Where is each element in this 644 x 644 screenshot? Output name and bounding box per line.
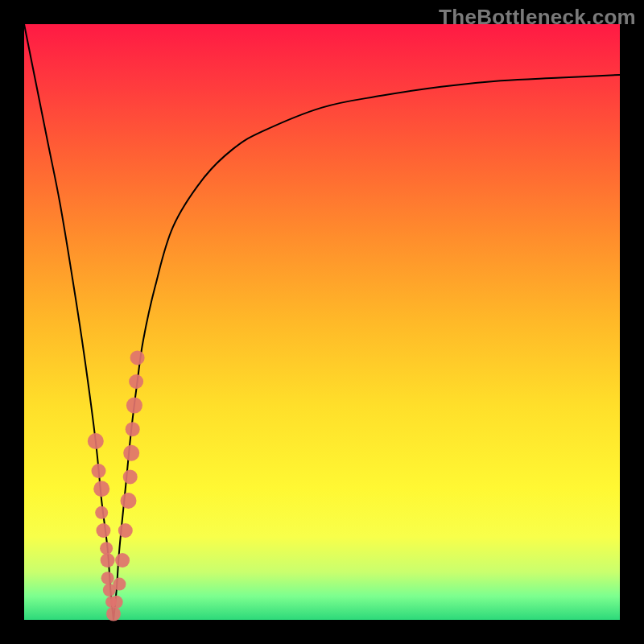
marker-dot <box>130 350 145 365</box>
marker-dot <box>121 493 137 509</box>
marker-dot <box>123 469 138 484</box>
plot-area <box>24 24 620 620</box>
marker-dot <box>126 422 140 436</box>
marker-dot <box>126 398 142 414</box>
chart-svg <box>24 24 620 620</box>
marker-dot <box>101 553 115 568</box>
marker-dot <box>92 464 106 478</box>
marker-dot <box>115 553 130 568</box>
marker-dot <box>106 607 121 621</box>
marker-dot <box>110 596 123 609</box>
marker-dot <box>118 523 133 538</box>
marker-dot <box>93 481 109 497</box>
outer-frame: TheBottleneck.com <box>0 0 644 644</box>
marker-dot <box>88 433 104 449</box>
marker-dot <box>101 572 114 584</box>
marker-dot <box>113 578 126 591</box>
marker-dot <box>100 542 113 555</box>
marker-dot <box>95 506 108 519</box>
marker-dot <box>123 445 139 461</box>
marker-dot <box>129 374 143 389</box>
marker-dot <box>96 523 110 538</box>
watermark-text: TheBottleneck.com <box>439 5 636 30</box>
curve-right-branch <box>114 75 620 620</box>
